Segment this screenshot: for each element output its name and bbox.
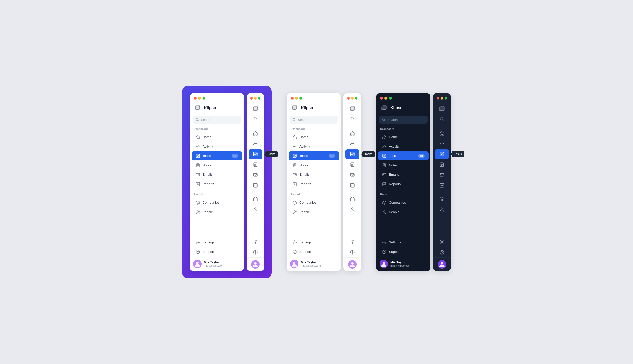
icon-support-2[interactable]	[345, 247, 359, 257]
icon-companies-2[interactable]	[345, 194, 359, 204]
svg-point-30	[254, 262, 257, 265]
svg-rect-68	[382, 174, 386, 176]
section-dashboard-2: Dashboard	[287, 128, 341, 132]
icon-activity-2[interactable]	[345, 139, 359, 149]
svg-rect-86	[441, 199, 442, 201]
icon-notes-2[interactable]	[345, 160, 359, 170]
nav-home-2[interactable]: Home	[289, 133, 339, 142]
svg-point-40	[294, 210, 295, 212]
icon-activity-1[interactable]	[249, 139, 262, 149]
dot-yellow-icon-1	[254, 96, 256, 100]
icon-settings-1[interactable]	[249, 237, 262, 247]
sidebar-full-dark: Klipso Search Dashboard Home Activity Ta…	[376, 93, 430, 271]
svg-point-72	[385, 211, 386, 212]
blue-card-group: Klipso Search Dashboard Home	[182, 86, 272, 278]
nav-tasks-dark[interactable]: Tasks 10	[378, 152, 428, 160]
nav-reports-1[interactable]: Reports	[192, 180, 242, 188]
nav-tasks-1[interactable]: Tasks 10	[192, 152, 242, 160]
icon-people-dark[interactable]	[435, 204, 449, 214]
support-icon-1	[196, 250, 200, 254]
icon-home-1[interactable]	[249, 128, 262, 138]
dot-green	[203, 96, 206, 100]
icon-reports-dark[interactable]	[435, 180, 449, 190]
svg-point-57	[352, 241, 353, 243]
svg-point-71	[383, 210, 385, 212]
nav-people-dark[interactable]: People	[378, 208, 428, 216]
search-box-2[interactable]: Search	[290, 116, 338, 124]
icon-tasks-dark[interactable]: Tasks	[435, 149, 449, 159]
nav-reports-dark[interactable]: Reports	[378, 180, 428, 188]
icon-reports-2[interactable]	[345, 180, 359, 190]
nav-home-dark[interactable]: Home	[378, 133, 428, 142]
activity-icon-1	[196, 144, 200, 149]
home-icon-1	[196, 135, 200, 139]
more-icon-2[interactable]: ⋯	[334, 262, 338, 266]
nav-emails-dark[interactable]: Emails	[378, 170, 428, 179]
nav-home-1[interactable]: Home	[192, 133, 242, 142]
titlebar-1	[190, 93, 244, 102]
icon-support-dark[interactable]	[435, 247, 449, 257]
svg-point-19	[254, 117, 257, 120]
nav-companies-2[interactable]: Companies	[289, 198, 339, 207]
nav-activity-2[interactable]: Activity	[289, 142, 339, 151]
icon-notes-1[interactable]	[249, 160, 262, 170]
nav-people-1[interactable]: People	[192, 208, 242, 216]
nav-settings-2[interactable]: Settings	[289, 238, 339, 247]
icon-settings-2[interactable]	[345, 237, 359, 247]
svg-point-10	[199, 211, 200, 212]
icon-emails-2[interactable]	[345, 170, 359, 180]
nav-support-dark[interactable]: Support	[378, 247, 428, 256]
svg-point-43	[293, 250, 296, 254]
nav-tasks-2[interactable]: Tasks 10	[289, 152, 339, 160]
tasks-tooltip-dark: Tasks	[452, 151, 464, 157]
icon-activity-dark[interactable]	[435, 139, 449, 149]
icon-companies-dark[interactable]	[435, 194, 449, 204]
nav-activity-1[interactable]: Activity	[192, 142, 242, 151]
more-icon-1[interactable]: ⋯	[237, 262, 241, 266]
nav-notes-dark[interactable]: Notes	[378, 161, 428, 170]
icon-tasks-1[interactable]: Tasks	[249, 149, 262, 159]
nav-people-2[interactable]: People	[289, 208, 339, 216]
nav-companies-1[interactable]: Companies	[192, 198, 242, 207]
nav-notes-1[interactable]: Notes	[192, 161, 242, 170]
svg-rect-6	[196, 174, 200, 176]
icon-emails-dark[interactable]	[435, 170, 449, 180]
icon-companies-1[interactable]	[249, 194, 262, 204]
more-icon-dark[interactable]: ⋯	[423, 262, 427, 266]
tasks-badge-1: 10	[232, 154, 238, 158]
icon-home-2[interactable]	[345, 128, 359, 138]
search-box-dark[interactable]: Search	[379, 116, 427, 124]
svg-point-89	[440, 250, 444, 254]
nav-settings-1[interactable]: Settings	[192, 238, 242, 247]
icon-people-2[interactable]	[345, 204, 359, 214]
nav-support-1[interactable]: Support	[192, 247, 242, 256]
icon-people-1[interactable]	[249, 204, 262, 214]
icon-support-1[interactable]	[249, 247, 262, 257]
section-dashboard-1: Dashboard	[190, 128, 244, 132]
svg-rect-24	[255, 199, 256, 201]
nav-settings-dark[interactable]: Settings	[378, 238, 428, 247]
svg-point-15	[196, 262, 199, 264]
svg-point-27	[253, 250, 257, 254]
nav-reports-2[interactable]: Reports	[289, 180, 339, 188]
notes-icon-1	[196, 163, 200, 168]
svg-point-81	[440, 117, 443, 120]
icon-emails-1[interactable]	[249, 170, 262, 180]
icon-settings-dark[interactable]	[435, 237, 449, 247]
icon-reports-1[interactable]	[249, 180, 262, 190]
nav-emails-1[interactable]: Emails	[192, 170, 242, 179]
nav-activity-dark[interactable]: Activity	[378, 142, 428, 151]
nav-support-2[interactable]: Support	[289, 247, 339, 256]
icon-tasks-2[interactable]: Tasks	[345, 149, 359, 159]
svg-point-75	[384, 252, 384, 253]
icon-search-1[interactable]	[247, 115, 264, 125]
nav-companies-dark[interactable]: Companies	[378, 198, 428, 207]
svg-point-88	[441, 241, 443, 243]
icon-notes-dark[interactable]	[435, 160, 449, 170]
tasks-tooltip-2: Tasks	[362, 151, 375, 157]
search-box-1[interactable]: Search	[193, 116, 241, 124]
icon-home-dark[interactable]	[435, 128, 449, 138]
nav-notes-2[interactable]: Notes	[289, 161, 339, 170]
user-email-1: mia@klipso.com	[204, 264, 234, 267]
nav-emails-2[interactable]: Emails	[289, 170, 339, 179]
